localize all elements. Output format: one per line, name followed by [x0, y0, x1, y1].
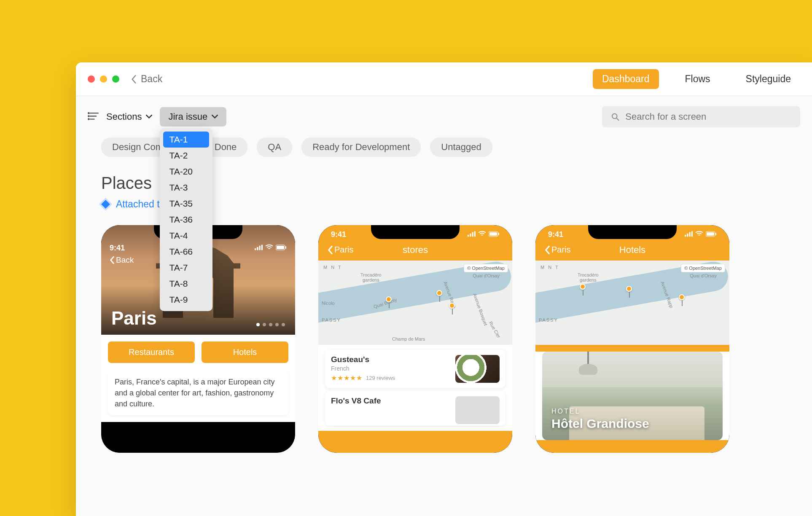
jira-option[interactable]: TA-8 [163, 276, 209, 292]
list-item-thumbnail [455, 355, 500, 383]
jira-option[interactable]: TA-2 [163, 148, 209, 164]
svg-rect-14 [285, 246, 286, 249]
hotels-button[interactable]: Hotels [202, 341, 288, 363]
search-box[interactable] [602, 106, 800, 127]
search-icon [611, 113, 619, 121]
list-item[interactable]: Flo's V8 Cafe [325, 391, 505, 426]
back-label: Back [141, 73, 162, 85]
tag-pill[interactable]: QA [257, 137, 292, 157]
jira-option[interactable]: TA-9 [163, 292, 209, 308]
signal-icon [255, 244, 263, 253]
jira-option[interactable]: TA-20 [163, 164, 209, 180]
hotel-card[interactable]: HOTEL Hôtel Grandiose [542, 352, 723, 440]
status-time: 9:41 [548, 230, 563, 239]
jira-issue-dropdown[interactable]: Jira issue [160, 107, 226, 126]
chevron-left-icon [545, 246, 550, 254]
star-rating: ★★★★★ [331, 374, 363, 382]
svg-rect-22 [685, 235, 686, 236]
map-label: Nicolo [322, 301, 335, 306]
svg-rect-13 [277, 246, 284, 249]
jira-dropdown-menu: TA-1TA-2TA-20TA-3TA-35TA-36TA-4TA-66TA-7… [160, 128, 212, 311]
maximize-window-button[interactable] [112, 75, 119, 83]
map-label: M N T [540, 265, 559, 270]
svg-point-5 [88, 118, 89, 119]
phone-title: stores [403, 245, 428, 255]
tag-pill[interactable]: Ready for Development [301, 137, 421, 157]
chevron-left-icon [328, 246, 333, 254]
map-view[interactable]: © OpenStreetMap M N T Trocadéro gardens … [535, 261, 729, 345]
phone-back-label: Back [116, 255, 134, 265]
list-item-name: Flo's V8 Cafe [331, 396, 381, 406]
jira-option[interactable]: TA-3 [163, 180, 209, 196]
list-item-subtitle: French [331, 365, 395, 372]
list-item-name: Gusteau's [331, 355, 395, 364]
battery-icon [706, 230, 717, 239]
status-time: 9:41 [110, 244, 125, 253]
map-label: M N T [323, 265, 342, 270]
jira-option[interactable]: TA-4 [163, 228, 209, 244]
map-label: Quai d'Orsay [690, 273, 717, 278]
tab-dashboard[interactable]: Dashboard [593, 69, 659, 89]
sections-dropdown[interactable]: Sections [106, 111, 152, 122]
chevron-left-icon [131, 75, 137, 83]
map-pin[interactable] [626, 286, 632, 292]
svg-rect-8 [255, 248, 256, 250]
map-attribution: © OpenStreetMap [464, 264, 508, 272]
toolbar: Sections Jira issue TA-1TA-2TA-20TA-3TA-… [76, 96, 812, 135]
map-pin[interactable] [436, 290, 442, 296]
phone-notch [588, 225, 677, 239]
battery-icon [489, 230, 500, 239]
screen-card-hotels[interactable]: 9:41 Paris Hotels © OpenS [535, 225, 729, 453]
map-pin[interactable] [449, 303, 455, 309]
phone-back-button[interactable]: Paris [328, 245, 354, 255]
sort-icon[interactable] [88, 111, 99, 123]
wifi-icon [265, 244, 273, 253]
map-pin[interactable] [580, 284, 586, 290]
jira-option[interactable]: TA-35 [163, 196, 209, 212]
map-view[interactable]: © OpenStreetMap M N T Trocadéro gardens … [318, 261, 512, 345]
map-pin[interactable] [386, 296, 392, 302]
phone-title: Hotels [619, 245, 645, 255]
attached-text: Attached to [116, 199, 165, 210]
window-controls [88, 75, 119, 83]
battery-icon [276, 244, 287, 253]
phone-back-button[interactable]: Back [110, 255, 134, 265]
phone-notch [371, 225, 460, 239]
jira-option[interactable]: TA-36 [163, 212, 209, 228]
jira-option[interactable]: TA-7 [163, 260, 209, 276]
svg-rect-23 [687, 234, 688, 236]
sections-label: Sections [106, 111, 142, 122]
svg-rect-21 [498, 233, 499, 235]
svg-rect-16 [470, 234, 471, 236]
map-label: Quai d'Orsay [473, 273, 500, 278]
hero-title: Paris [111, 308, 157, 329]
status-icons [255, 244, 287, 253]
screen-card-stores[interactable]: 9:41 Paris stores © OpenS [318, 225, 512, 453]
minimize-window-button[interactable] [100, 75, 107, 83]
map-label: Avenue Bosquet [472, 293, 489, 326]
signal-icon [685, 230, 693, 239]
description-card: Paris, France's capital, is a major Euro… [108, 371, 288, 415]
list-item[interactable]: Gusteau's French ★★★★★ 129 reviews [325, 350, 505, 388]
phone-back-label: Paris [334, 245, 354, 255]
map-label: PASSY [539, 317, 558, 322]
nav-tabs: Dashboard Flows Styleguide [593, 69, 800, 89]
tab-styleguide[interactable]: Styleguide [737, 69, 800, 89]
hotel-kicker: HOTEL [551, 408, 649, 415]
wifi-icon [695, 230, 703, 239]
phone-back-button[interactable]: Paris [545, 245, 571, 255]
carousel-dots[interactable] [256, 323, 285, 326]
close-window-button[interactable] [88, 75, 95, 83]
search-input[interactable] [625, 111, 791, 122]
hotel-name: Hôtel Grandiose [551, 417, 649, 431]
map-label: Champ de Mars [392, 336, 425, 341]
title-bar: Back Dashboard Flows Styleguide [76, 62, 812, 96]
jira-option[interactable]: TA-66 [163, 244, 209, 260]
restaurants-button[interactable]: Restaurants [108, 341, 195, 363]
tag-pill[interactable]: Untagged [430, 137, 492, 157]
tab-flows[interactable]: Flows [676, 69, 720, 89]
back-button[interactable]: Back [131, 73, 162, 85]
map-pin[interactable] [679, 294, 685, 300]
jira-option[interactable]: TA-1 [163, 132, 209, 148]
map-label: Trocadéro gardens [360, 272, 382, 282]
